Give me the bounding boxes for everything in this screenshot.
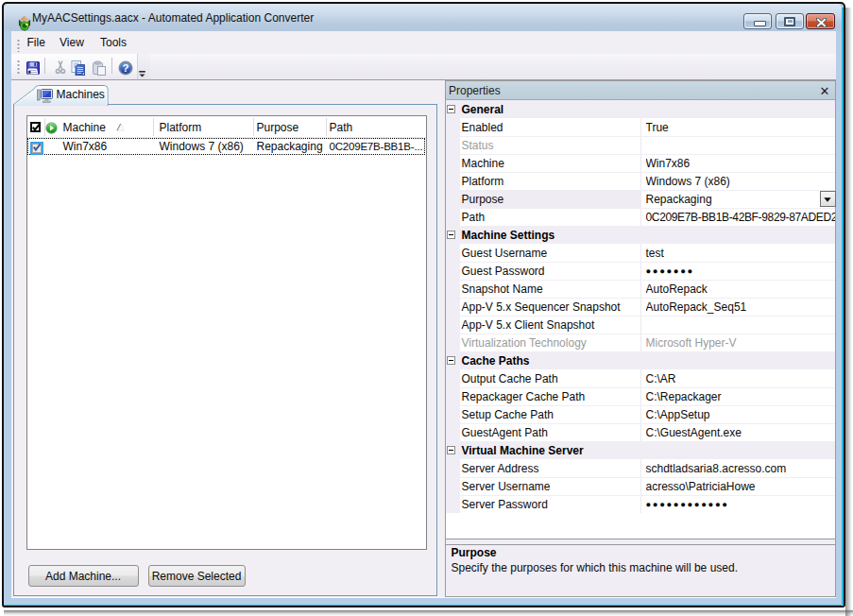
svg-text:?: ?: [122, 62, 128, 74]
